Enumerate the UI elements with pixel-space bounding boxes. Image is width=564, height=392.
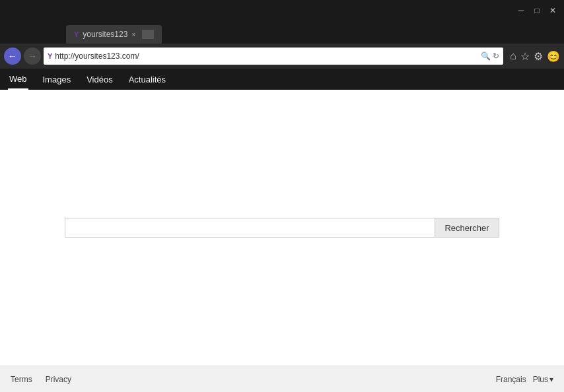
back-button[interactable]: ←	[4, 48, 21, 65]
tab-videos[interactable]: Vidéos	[85, 69, 114, 90]
search-box: Rechercher	[65, 218, 499, 238]
tab-favicon: Y	[74, 30, 79, 38]
privacy-link[interactable]: Privacy	[46, 375, 71, 384]
tab-actualites[interactable]: Actualités	[127, 69, 167, 90]
title-bar: ─ □ ✕	[0, 0, 564, 21]
language-selector[interactable]: Français	[496, 375, 526, 384]
forward-button[interactable]: →	[24, 48, 41, 65]
tab-web[interactable]: Web	[8, 69, 28, 90]
search-input[interactable]	[65, 218, 435, 238]
tab-close-button[interactable]: ×	[131, 31, 135, 38]
toolbar-right: ⌂ ☆ ⚙ 😊	[510, 50, 560, 63]
footer-left: Terms Privacy	[11, 375, 71, 384]
search-icon: 🔍	[481, 51, 491, 61]
nav-tabs: Web Images Vidéos Actualités	[0, 69, 564, 90]
address-icons: 🔍 ↻	[481, 51, 499, 61]
plus-button[interactable]: Plus ▾	[533, 375, 553, 384]
tab-title: yoursites123	[83, 30, 127, 39]
tab-images[interactable]: Images	[42, 69, 73, 90]
tab-bar: Y yoursites123 ×	[0, 21, 564, 44]
minimize-button[interactable]: ─	[515, 5, 527, 16]
address-bar-row: ← → Y http://yoursites123.com/ 🔍 ↻ ⌂ ☆ ⚙…	[0, 44, 564, 69]
maximize-button[interactable]: □	[531, 5, 543, 16]
close-button[interactable]: ✕	[547, 5, 559, 16]
home-icon[interactable]: ⌂	[510, 50, 516, 62]
footer-right: Français Plus ▾	[496, 375, 553, 384]
terms-link[interactable]: Terms	[11, 375, 32, 384]
search-button[interactable]: Rechercher	[435, 218, 499, 238]
plus-label: Plus	[533, 375, 548, 384]
tab-loading-indicator	[142, 30, 154, 39]
main-content: Rechercher	[0, 90, 564, 366]
address-favicon: Y	[48, 52, 52, 60]
refresh-button[interactable]: ↻	[493, 51, 499, 61]
settings-icon[interactable]: ⚙	[534, 50, 543, 63]
address-field[interactable]: Y http://yoursites123.com/ 🔍 ↻	[44, 48, 503, 65]
browser-tab[interactable]: Y yoursites123 ×	[66, 25, 162, 44]
address-text: http://yoursites123.com/	[55, 51, 478, 61]
plus-chevron-icon: ▾	[549, 375, 553, 384]
emoji-icon[interactable]: 😊	[547, 50, 560, 63]
footer: Terms Privacy Français Plus ▾	[0, 366, 564, 392]
star-icon[interactable]: ☆	[520, 50, 530, 63]
